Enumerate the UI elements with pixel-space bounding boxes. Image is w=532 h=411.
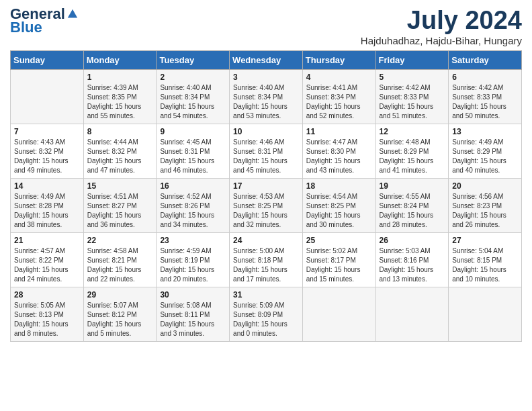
day-number: 11: [306, 127, 372, 136]
calendar-cell: 1Sunrise: 4:39 AM Sunset: 8:35 PM Daylig…: [83, 69, 157, 124]
day-number: 24: [233, 236, 299, 245]
day-info: Sunrise: 4:54 AM Sunset: 8:25 PM Dayligh…: [306, 192, 372, 230]
calendar-cell: 15Sunrise: 4:51 AM Sunset: 8:27 PM Dayli…: [83, 178, 157, 232]
calendar-cell: 25Sunrise: 5:02 AM Sunset: 8:17 PM Dayli…: [302, 232, 375, 287]
calendar-cell: 9Sunrise: 4:45 AM Sunset: 8:31 PM Daylig…: [157, 124, 230, 178]
day-info: Sunrise: 5:09 AM Sunset: 8:09 PM Dayligh…: [233, 301, 299, 338]
weekday-header-sunday: Sunday: [11, 50, 84, 69]
logo-icon: [66, 8, 79, 20]
calendar-week-row: 14Sunrise: 4:49 AM Sunset: 8:28 PM Dayli…: [11, 178, 522, 232]
day-number: 30: [160, 290, 226, 300]
day-number: 19: [380, 181, 445, 191]
day-number: 2: [160, 73, 226, 82]
calendar-week-row: 21Sunrise: 4:57 AM Sunset: 8:22 PM Dayli…: [11, 232, 522, 287]
calendar-cell: 22Sunrise: 4:58 AM Sunset: 8:21 PM Dayli…: [83, 232, 157, 287]
calendar-cell: 7Sunrise: 4:43 AM Sunset: 8:32 PM Daylig…: [11, 124, 84, 178]
day-info: Sunrise: 5:02 AM Sunset: 8:17 PM Dayligh…: [306, 246, 372, 284]
day-number: 21: [14, 236, 80, 245]
calendar-cell: 21Sunrise: 4:57 AM Sunset: 8:22 PM Dayli…: [11, 232, 84, 287]
day-number: 12: [380, 127, 445, 136]
calendar-cell: [375, 287, 449, 341]
day-info: Sunrise: 4:47 AM Sunset: 8:30 PM Dayligh…: [306, 138, 372, 175]
day-number: 28: [14, 290, 80, 300]
calendar-cell: 24Sunrise: 5:00 AM Sunset: 8:18 PM Dayli…: [230, 232, 303, 287]
day-info: Sunrise: 4:48 AM Sunset: 8:29 PM Dayligh…: [380, 138, 445, 175]
day-number: 14: [14, 181, 80, 191]
day-info: Sunrise: 4:41 AM Sunset: 8:34 PM Dayligh…: [306, 83, 372, 121]
day-number: 29: [87, 290, 153, 300]
calendar-cell: [302, 287, 375, 341]
calendar-cell: 28Sunrise: 5:05 AM Sunset: 8:13 PM Dayli…: [11, 287, 84, 341]
day-number: 16: [160, 181, 226, 191]
day-number: 13: [452, 127, 518, 136]
day-number: 18: [306, 181, 372, 191]
header: General Blue July 2024 Hajduhadhaz, Hajd…: [10, 7, 522, 46]
day-info: Sunrise: 4:51 AM Sunset: 8:27 PM Dayligh…: [87, 192, 153, 230]
day-number: 22: [87, 236, 153, 245]
calendar-cell: 14Sunrise: 4:49 AM Sunset: 8:28 PM Dayli…: [11, 178, 84, 232]
logo-blue: Blue: [10, 19, 42, 36]
day-number: 3: [233, 73, 299, 82]
day-number: 9: [160, 127, 226, 136]
day-info: Sunrise: 4:58 AM Sunset: 8:21 PM Dayligh…: [87, 246, 153, 284]
day-number: 20: [452, 181, 518, 191]
day-info: Sunrise: 5:08 AM Sunset: 8:11 PM Dayligh…: [160, 301, 226, 338]
calendar-cell: 4Sunrise: 4:41 AM Sunset: 8:34 PM Daylig…: [302, 69, 375, 124]
calendar-cell: 26Sunrise: 5:03 AM Sunset: 8:16 PM Dayli…: [375, 232, 449, 287]
weekday-header-thursday: Thursday: [302, 50, 375, 69]
weekday-header-friday: Friday: [375, 50, 449, 69]
calendar-cell: 30Sunrise: 5:08 AM Sunset: 8:11 PM Dayli…: [157, 287, 230, 341]
day-info: Sunrise: 4:40 AM Sunset: 8:34 PM Dayligh…: [233, 83, 299, 121]
weekday-header-monday: Monday: [83, 50, 157, 69]
day-info: Sunrise: 4:42 AM Sunset: 8:33 PM Dayligh…: [380, 83, 445, 121]
day-info: Sunrise: 5:00 AM Sunset: 8:18 PM Dayligh…: [233, 246, 299, 284]
day-info: Sunrise: 5:05 AM Sunset: 8:13 PM Dayligh…: [14, 301, 80, 338]
weekday-header-saturday: Saturday: [449, 50, 522, 69]
day-number: 17: [233, 181, 299, 191]
day-number: 10: [233, 127, 299, 136]
day-number: 25: [306, 236, 372, 245]
day-info: Sunrise: 4:49 AM Sunset: 8:29 PM Dayligh…: [452, 138, 518, 175]
weekday-header-wednesday: Wednesday: [230, 50, 303, 69]
day-number: 4: [306, 73, 372, 82]
calendar-cell: 20Sunrise: 4:56 AM Sunset: 8:23 PM Dayli…: [449, 178, 522, 232]
day-info: Sunrise: 4:53 AM Sunset: 8:25 PM Dayligh…: [233, 192, 299, 230]
day-number: 6: [452, 73, 518, 82]
calendar-week-row: 28Sunrise: 5:05 AM Sunset: 8:13 PM Dayli…: [11, 287, 522, 341]
logo: General Blue: [10, 7, 79, 36]
calendar-cell: 13Sunrise: 4:49 AM Sunset: 8:29 PM Dayli…: [449, 124, 522, 178]
calendar-week-row: 1Sunrise: 4:39 AM Sunset: 8:35 PM Daylig…: [11, 69, 522, 124]
calendar-cell: 27Sunrise: 5:04 AM Sunset: 8:15 PM Dayli…: [449, 232, 522, 287]
calendar-table: SundayMondayTuesdayWednesdayThursdayFrid…: [10, 50, 522, 342]
day-info: Sunrise: 4:43 AM Sunset: 8:32 PM Dayligh…: [14, 138, 80, 175]
title-block: July 2024 Hajduhadhaz, Hajdu-Bihar, Hung…: [361, 7, 522, 46]
day-number: 27: [452, 236, 518, 245]
calendar-cell: [449, 287, 522, 341]
day-number: 5: [380, 73, 445, 82]
day-info: Sunrise: 4:57 AM Sunset: 8:22 PM Dayligh…: [14, 246, 80, 284]
day-info: Sunrise: 4:55 AM Sunset: 8:24 PM Dayligh…: [380, 192, 445, 230]
month-title: July 2024: [361, 7, 522, 35]
calendar-cell: 29Sunrise: 5:07 AM Sunset: 8:12 PM Dayli…: [83, 287, 157, 341]
calendar-cell: 10Sunrise: 4:46 AM Sunset: 8:31 PM Dayli…: [230, 124, 303, 178]
weekday-header-row: SundayMondayTuesdayWednesdayThursdayFrid…: [11, 50, 522, 69]
svg-marker-0: [68, 9, 77, 18]
calendar-cell: 3Sunrise: 4:40 AM Sunset: 8:34 PM Daylig…: [230, 69, 303, 124]
calendar-cell: 16Sunrise: 4:52 AM Sunset: 8:26 PM Dayli…: [157, 178, 230, 232]
calendar-cell: 12Sunrise: 4:48 AM Sunset: 8:29 PM Dayli…: [375, 124, 449, 178]
weekday-header-tuesday: Tuesday: [157, 50, 230, 69]
day-number: 31: [233, 290, 299, 300]
day-info: Sunrise: 4:59 AM Sunset: 8:19 PM Dayligh…: [160, 246, 226, 284]
calendar-cell: 17Sunrise: 4:53 AM Sunset: 8:25 PM Dayli…: [230, 178, 303, 232]
day-info: Sunrise: 4:42 AM Sunset: 8:33 PM Dayligh…: [452, 83, 518, 121]
calendar-cell: 23Sunrise: 4:59 AM Sunset: 8:19 PM Dayli…: [157, 232, 230, 287]
calendar-week-row: 7Sunrise: 4:43 AM Sunset: 8:32 PM Daylig…: [11, 124, 522, 178]
day-info: Sunrise: 4:49 AM Sunset: 8:28 PM Dayligh…: [14, 192, 80, 230]
day-info: Sunrise: 4:44 AM Sunset: 8:32 PM Dayligh…: [87, 138, 153, 175]
calendar-cell: 6Sunrise: 4:42 AM Sunset: 8:33 PM Daylig…: [449, 69, 522, 124]
day-info: Sunrise: 5:04 AM Sunset: 8:15 PM Dayligh…: [452, 246, 518, 284]
day-info: Sunrise: 4:40 AM Sunset: 8:34 PM Dayligh…: [160, 83, 226, 121]
calendar-cell: 8Sunrise: 4:44 AM Sunset: 8:32 PM Daylig…: [83, 124, 157, 178]
day-info: Sunrise: 4:39 AM Sunset: 8:35 PM Dayligh…: [87, 83, 153, 121]
calendar-cell: [11, 69, 84, 124]
